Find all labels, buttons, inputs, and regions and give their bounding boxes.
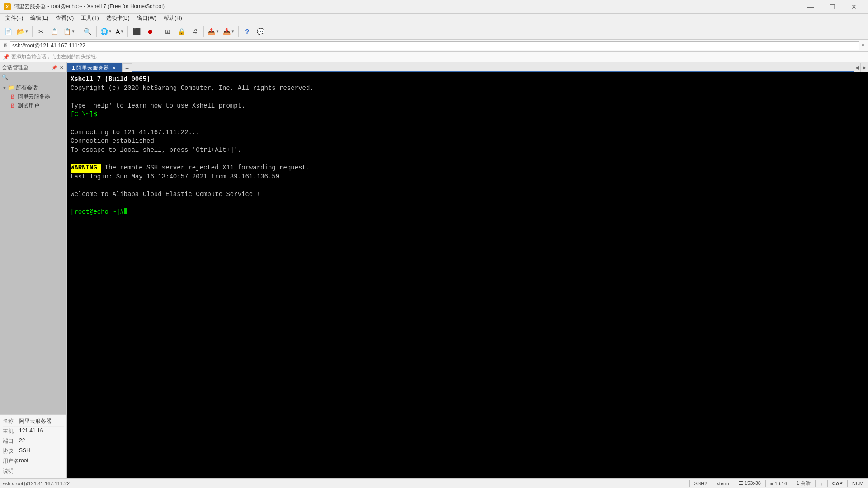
terminal-text bbox=[71, 155, 74, 164]
terminal-line: To escape to local shell, press 'Ctrl+Al… bbox=[71, 146, 864, 155]
terminal-cursor bbox=[124, 208, 127, 214]
tree-item-aliyun-server[interactable]: 🖥 阿里云服务器 bbox=[0, 92, 66, 101]
status-cap: CAP bbox=[830, 481, 844, 486]
terminal-line bbox=[71, 199, 864, 208]
terminal-prompt: [C:\~]$ bbox=[71, 110, 97, 119]
info-label: 协议 bbox=[3, 447, 19, 455]
search-icon: 🔍 bbox=[2, 74, 8, 80]
info-row: 名称阿里云服务器 bbox=[3, 417, 64, 427]
font-dropdown[interactable]: A▼ bbox=[114, 25, 125, 38]
title-text: 阿里云服务器 - root@echo:~ - Xshell 7 (Free fo… bbox=[14, 3, 165, 10]
help-button[interactable]: ? bbox=[241, 25, 254, 38]
cut-button[interactable]: ✂ bbox=[35, 25, 47, 38]
maximize-button[interactable]: ❐ bbox=[822, 0, 843, 14]
session-search-bar: 🔍 bbox=[0, 72, 66, 82]
copy-button[interactable]: 📋 bbox=[48, 25, 61, 38]
session-tree[interactable]: ▼ 📁 所有会话 🖥 阿里云服务器 🖥 测试用户 bbox=[0, 82, 66, 414]
session-panel-pin-button[interactable]: 📌 bbox=[51, 64, 57, 70]
toolbar-sep-5 bbox=[159, 26, 159, 37]
tab-nav-right: ◀ ▶ bbox=[854, 62, 868, 72]
session-panel-close-button[interactable]: ✕ bbox=[58, 64, 65, 70]
status-sep-8 bbox=[847, 480, 848, 487]
terminal-text bbox=[71, 119, 74, 128]
toolbar-sep-6 bbox=[203, 26, 204, 37]
status-sep-3 bbox=[734, 480, 734, 487]
tab-close-button[interactable]: ✕ bbox=[111, 65, 117, 71]
transfer-dropdown[interactable]: 📤▼ bbox=[206, 25, 221, 38]
new-session-button[interactable]: 📄 bbox=[2, 25, 14, 38]
address-input[interactable] bbox=[10, 41, 859, 50]
info-label: 主机 bbox=[3, 427, 19, 435]
terminal-text: Xshell 7 (Build 0065) bbox=[71, 75, 150, 84]
menu-item-窗口(W)[interactable]: 窗口(W) bbox=[133, 14, 160, 23]
open-dropdown[interactable]: 📂▼ bbox=[15, 25, 30, 38]
lock-button[interactable]: 🔒 bbox=[175, 25, 188, 38]
terminal-text: Last login: Sun May 16 13:40:57 2021 fro… bbox=[71, 173, 279, 182]
menu-item-文件(F)[interactable]: 文件(F) bbox=[2, 14, 27, 23]
address-bar: 🖥 ▼ bbox=[0, 40, 868, 52]
tab-label: 1 阿里云服务器 bbox=[72, 64, 109, 72]
tree-label-test-user: 测试用户 bbox=[18, 102, 39, 110]
tabs-content: 会话管理器 📌 ✕ 1 阿里云服务器 ✕ + bbox=[0, 62, 868, 72]
terminal-line: Type `help' to learn how to use Xshell p… bbox=[71, 102, 864, 111]
terminal-text: Type `help' to learn how to use Xshell p… bbox=[71, 102, 245, 111]
terminal-line: Connecting to 121.41.167.111:22... bbox=[71, 128, 864, 137]
info-row: 说明 bbox=[3, 466, 64, 476]
menu-item-选项卡(B)[interactable]: 选项卡(B) bbox=[103, 14, 133, 23]
status-sep-5 bbox=[792, 480, 792, 487]
chat-button[interactable]: 💬 bbox=[255, 25, 267, 38]
server-icon-test: 🖥 bbox=[9, 102, 16, 109]
tab-add-button[interactable]: + bbox=[122, 63, 132, 72]
status-sep-1 bbox=[689, 480, 690, 487]
terminal-line: WARNING! The remote SSH server rejected … bbox=[71, 164, 864, 173]
toolbar-sep-1 bbox=[32, 26, 33, 37]
stop-button[interactable]: ⬛ bbox=[130, 25, 143, 38]
info-row: 端口22 bbox=[3, 436, 64, 446]
tab-nav-next[interactable]: ▶ bbox=[861, 63, 868, 72]
content-area: 🔍 ▼ 📁 所有会话 🖥 阿里云服务器 🖥 测试用户 名称阿里云服务器主机121… bbox=[0, 72, 868, 478]
terminal-text: Connection established. bbox=[71, 137, 158, 146]
menu-item-编辑(E)[interactable]: 编辑(E) bbox=[27, 14, 52, 23]
tree-item-all-sessions[interactable]: ▼ 📁 所有会话 bbox=[0, 83, 66, 92]
info-value: SSH bbox=[19, 447, 30, 455]
toolbar-sep-4 bbox=[127, 26, 128, 37]
split-button[interactable]: ⊞ bbox=[161, 25, 174, 38]
menu-item-查看(V)[interactable]: 查看(V) bbox=[52, 14, 77, 23]
status-sep-6 bbox=[815, 480, 816, 487]
terminal-line bbox=[71, 119, 864, 128]
terminal-text: Connecting to 121.41.167.111:22... bbox=[71, 128, 200, 137]
terminal-line: Copyright (c) 2020 NetSarang Computer, I… bbox=[71, 84, 864, 93]
session-hint-bar: 📌 要添加当前会话，点击左侧的箭头按钮. bbox=[0, 52, 868, 62]
terminal-text bbox=[71, 93, 74, 102]
terminal-text: Welcome to Alibaba Cloud Elastic Compute… bbox=[71, 190, 260, 199]
minimize-button[interactable]: — bbox=[800, 0, 821, 14]
info-row: 协议SSH bbox=[3, 446, 64, 456]
status-connection: ssh://root@121.41.167.111:22 bbox=[3, 481, 687, 486]
close-button[interactable]: ✕ bbox=[844, 0, 864, 14]
title-bar: X 阿里云服务器 - root@echo:~ - Xshell 7 (Free … bbox=[0, 0, 868, 14]
print-button[interactable]: 🖨 bbox=[189, 25, 201, 38]
tab-aliyun[interactable]: 1 阿里云服务器 ✕ bbox=[67, 63, 122, 72]
toolbar: 📄 📂▼ ✂ 📋 📋▼ 🔍 🌐▼ A▼ ⬛ ⏺ ⊞ 🔒 🖨 📤▼ 📥▼ ? 💬 bbox=[0, 23, 868, 40]
search-button[interactable]: 🔍 bbox=[81, 25, 94, 38]
menu-item-帮助(H)[interactable]: 帮助(H) bbox=[160, 14, 186, 23]
terminal-area[interactable]: Xshell 7 (Build 0065)Copyright (c) 2020 … bbox=[67, 72, 868, 478]
hint-icon: 📌 bbox=[3, 54, 9, 60]
menu-item-工具(T)[interactable]: 工具(T) bbox=[77, 14, 102, 23]
terminal-line: Last login: Sun May 16 13:40:57 2021 fro… bbox=[71, 173, 864, 182]
address-dropdown-arrow[interactable]: ▼ bbox=[861, 43, 865, 48]
tree-item-test-user[interactable]: 🖥 测试用户 bbox=[0, 101, 66, 110]
info-value: 121.41.16... bbox=[19, 427, 47, 435]
paste-dropdown[interactable]: 📋▼ bbox=[62, 25, 76, 38]
session-manager-label: 会话管理器 bbox=[2, 64, 29, 71]
transfer2-dropdown[interactable]: 📥▼ bbox=[222, 25, 236, 38]
record-button[interactable]: ⏺ bbox=[144, 25, 156, 38]
terminal-prompt: [root@echo ~]# bbox=[71, 208, 124, 217]
terminal-text: The remote SSH server rejected X11 forwa… bbox=[101, 164, 310, 173]
status-sep-2 bbox=[712, 480, 712, 487]
tab-nav-prev[interactable]: ◀ bbox=[854, 63, 861, 72]
expand-icon: ▼ bbox=[2, 85, 7, 90]
color-dropdown[interactable]: 🌐▼ bbox=[99, 25, 113, 38]
session-info-panel: 名称阿里云服务器主机121.41.16...端口22协议SSH用户名root说明 bbox=[0, 414, 67, 478]
server-icon-aliyun: 🖥 bbox=[9, 93, 16, 100]
